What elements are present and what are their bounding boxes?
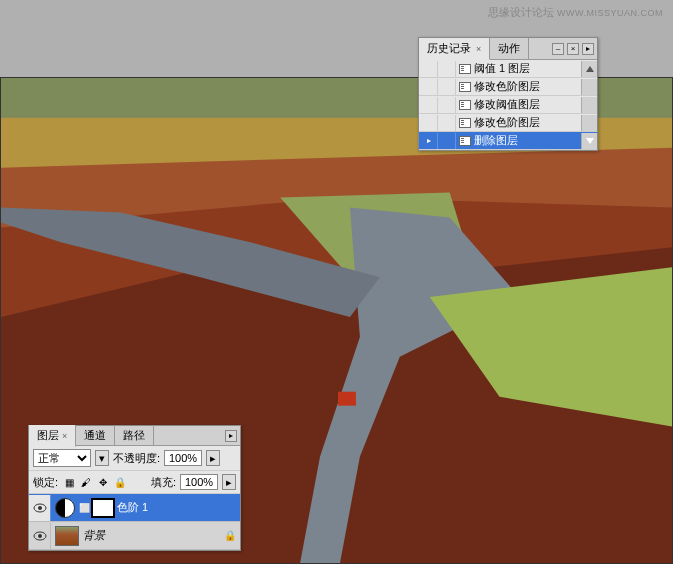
layers-panel: 图层× 通道 路径 ▸ 正常 ▾ 不透明度: ▸ 锁定: ▦ 🖌 ✥ 🔒 填充:… [28,425,241,551]
history-item[interactable]: ▸ 删除图层 [419,132,597,150]
lock-label: 锁定: [33,475,58,490]
history-panel: 历史记录× 动作 – × ▸ 阈值 1 图层 修改色阶图层 修改阈值图层 [418,37,598,151]
tab-actions[interactable]: 动作 [490,38,529,59]
chevron-right-icon[interactable]: ▸ [222,474,236,490]
layer-name[interactable]: 背景 [83,528,224,543]
lock-transparency-icon[interactable]: ▦ [62,475,76,489]
visibility-toggle[interactable] [29,523,51,549]
close-icon[interactable]: × [567,43,579,55]
menu-icon[interactable]: ▸ [225,430,237,442]
history-item[interactable]: 修改色阶图层 [419,114,597,132]
layer-icon [459,64,471,74]
lock-icon: 🔒 [224,530,236,541]
watermark: 思缘设计论坛 WWW.MISSYUAN.COM [488,5,663,20]
opacity-input[interactable] [164,450,202,466]
close-icon[interactable]: × [62,431,67,441]
history-item[interactable]: 修改阈值图层 [419,96,597,114]
layer-icon [459,82,471,92]
fill-label: 填充: [151,475,176,490]
mask-thumbnail[interactable] [91,498,115,518]
lock-all-icon[interactable]: 🔒 [113,475,127,489]
close-icon[interactable]: × [476,44,481,54]
lock-move-icon[interactable]: ✥ [96,475,110,489]
history-tabs: 历史记录× 动作 – × ▸ [419,38,597,60]
tab-paths[interactable]: 路径 [115,425,154,446]
layer-thumbnail[interactable] [55,526,79,546]
svg-point-5 [38,534,42,538]
eye-icon [33,503,47,513]
tab-channels[interactable]: 通道 [76,425,115,446]
layer-name[interactable]: 色阶 1 [117,500,240,515]
tab-history[interactable]: 历史记录× [419,38,490,60]
chevron-down-icon[interactable]: ▾ [95,450,109,466]
scroll-up-icon[interactable] [581,61,597,77]
current-marker-icon: ▸ [427,136,431,145]
visibility-toggle[interactable] [29,495,51,521]
tab-layers[interactable]: 图层× [29,425,76,447]
layer-icon [459,100,471,110]
adjustment-icon [55,498,75,518]
menu-icon[interactable]: ▸ [582,43,594,55]
history-item[interactable]: 修改色阶图层 [419,78,597,96]
layer-list: ⬜ 色阶 1 背景 🔒 [29,494,240,550]
opacity-label: 不透明度: [113,451,160,466]
scroll-down-icon[interactable] [581,133,597,149]
layer-item[interactable]: ⬜ 色阶 1 [29,494,240,522]
history-item[interactable]: 阈值 1 图层 [419,60,597,78]
minimize-icon[interactable]: – [552,43,564,55]
svg-point-3 [38,506,42,510]
layer-icon [459,118,471,128]
svg-rect-1 [338,392,356,406]
layers-tabs: 图层× 通道 路径 ▸ [29,426,240,446]
chevron-right-icon[interactable]: ▸ [206,450,220,466]
history-list: 阈值 1 图层 修改色阶图层 修改阈值图层 修改色阶图层 ▸ 删除图层 [419,60,597,150]
blend-mode-select[interactable]: 正常 [33,449,91,467]
layer-item[interactable]: 背景 🔒 [29,522,240,550]
link-icon: ⬜ [79,503,89,513]
eye-icon [33,531,47,541]
lock-brush-icon[interactable]: 🖌 [79,475,93,489]
fill-input[interactable] [180,474,218,490]
layer-icon [459,136,471,146]
